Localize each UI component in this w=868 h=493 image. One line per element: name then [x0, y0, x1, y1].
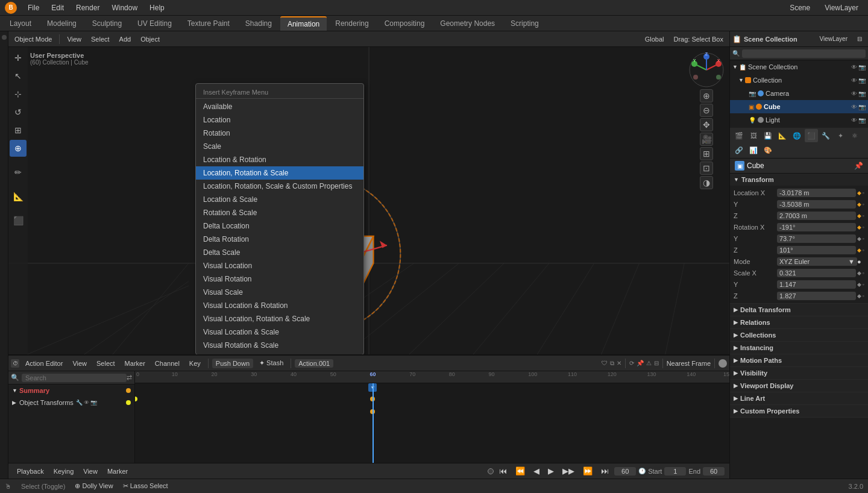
tab-scripting[interactable]: Scripting: [503, 16, 546, 31]
mode-dot[interactable]: ●: [857, 258, 864, 265]
annotate-tool[interactable]: ✏: [10, 164, 27, 181]
select-btn[interactable]: Select: [87, 34, 113, 44]
outliner-camera[interactable]: ▶ 📷 Camera 👁 📷: [730, 87, 868, 100]
prev-frame-btn[interactable]: ◀: [530, 466, 542, 476]
filter-outliner-btn[interactable]: ⊟: [854, 34, 866, 43]
motion-paths-toggle[interactable]: ▶ Motion Paths: [730, 354, 868, 366]
jump-end-btn[interactable]: ⏭: [598, 466, 612, 476]
action-name[interactable]: Action.001: [295, 359, 333, 368]
outliner-collection[interactable]: ▼ Collection 👁 📷: [730, 74, 868, 87]
play-btn[interactable]: ▶: [545, 466, 557, 476]
tab-animation[interactable]: Animation: [280, 16, 327, 31]
visibility-toggle[interactable]: ▶ Visibility: [730, 367, 868, 379]
keyframe-delta-rotation[interactable]: Delta Rotation: [196, 233, 363, 246]
playback-btn[interactable]: Playback: [13, 466, 48, 476]
keyframe-loc-rot-scale[interactable]: Location, Rotation & Scale: [196, 166, 363, 180]
keyframe-visual-loc-scale[interactable]: Visual Location & Scale: [196, 325, 363, 339]
tl-select-btn[interactable]: Select: [93, 359, 119, 368]
timeline-editor-icon[interactable]: ⏱: [11, 359, 19, 368]
shading-icon[interactable]: ◑: [700, 176, 713, 189]
prop-view-layer-icon[interactable]: 📐: [776, 129, 789, 142]
scale-z-dot[interactable]: ◦: [863, 293, 864, 299]
scene-eye-icon[interactable]: 👁: [851, 64, 857, 71]
tab-texture-paint[interactable]: Texture Paint: [180, 16, 237, 31]
overlay-icon[interactable]: ⊡: [700, 162, 713, 175]
outliner-scene-collection[interactable]: ▼ 📋 Scene Collection 👁 📷: [730, 60, 868, 74]
keyframe-visual-loc-rot[interactable]: Visual Location & Rotation: [196, 299, 363, 312]
add-cube-tool[interactable]: ⬛: [10, 212, 27, 229]
line-art-toggle[interactable]: ▶ Line Art: [730, 392, 868, 404]
warn-icon[interactable]: ⚠: [646, 360, 652, 366]
tab-rendering[interactable]: Rendering: [328, 16, 376, 31]
scale-x-value[interactable]: 0.321: [777, 269, 856, 277]
camera-eye-icon[interactable]: 👁: [851, 90, 857, 97]
location-x-value[interactable]: -3.0178 m: [777, 189, 856, 197]
stash-btn[interactable]: ✦ Stash: [256, 358, 287, 368]
keyframe-visual-location[interactable]: Visual Location: [196, 259, 363, 272]
relations-toggle[interactable]: ▶ Relations: [730, 316, 868, 328]
menu-edit[interactable]: Edit: [46, 2, 69, 13]
grid-icon[interactable]: ⊞: [700, 147, 713, 160]
scale-z-diamond[interactable]: ◆: [857, 293, 861, 299]
keyframe-scale[interactable]: Scale: [196, 140, 363, 153]
scale-x-diamond[interactable]: ◆: [857, 270, 861, 276]
menu-help[interactable]: Help: [145, 2, 169, 13]
prop-scene-icon[interactable]: 🎬: [732, 129, 746, 142]
end-frame-display[interactable]: 60: [703, 467, 725, 476]
prop-data-icon[interactable]: 📊: [747, 143, 760, 157]
prop-output-icon[interactable]: 💾: [761, 129, 775, 142]
cube-eye-icon[interactable]: 👁: [851, 104, 857, 110]
view-playback-btn[interactable]: View: [80, 466, 101, 476]
marker-btn[interactable]: Marker: [104, 466, 131, 476]
copy-icon[interactable]: ⧉: [610, 360, 614, 367]
delta-transform-toggle[interactable]: ▶ Delta Transform: [730, 304, 868, 316]
keyframe-visual-rotation[interactable]: Visual Rotation: [196, 272, 363, 286]
view-btn[interactable]: View: [63, 34, 85, 44]
transform-toggle[interactable]: ▼ Transform: [730, 174, 868, 186]
object-transforms-track[interactable]: ▶ Object Transforms 🔧 👁 📷: [8, 397, 134, 409]
menu-file[interactable]: File: [23, 2, 44, 13]
measure-tool[interactable]: 📐: [10, 188, 27, 205]
tl-channel-btn[interactable]: Channel: [151, 359, 183, 368]
scale-x-dot[interactable]: ◦: [863, 270, 864, 276]
audio-dot[interactable]: [488, 468, 494, 474]
prop-world-icon[interactable]: 🌐: [790, 129, 804, 142]
tl-view-btn[interactable]: View: [69, 359, 90, 368]
custom-properties-toggle[interactable]: ▶ Custom Properties: [730, 405, 868, 417]
timeline-search[interactable]: [22, 374, 127, 382]
cube-render-icon[interactable]: 📷: [858, 104, 866, 110]
location-z-dot[interactable]: ◦: [863, 213, 864, 219]
keyframe-delta-location[interactable]: Delta Location: [196, 219, 363, 233]
location-x-diamond[interactable]: ◆: [857, 190, 861, 196]
tab-sculpting[interactable]: Sculpting: [85, 16, 129, 31]
keyframe-visual-rot-scale[interactable]: Visual Rotation & Scale: [196, 339, 363, 352]
summary-track[interactable]: ▼ Summary: [8, 385, 134, 397]
rotation-z-diamond[interactable]: ◆: [857, 247, 861, 253]
object-btn[interactable]: Object: [137, 34, 163, 44]
obj-transforms-expand[interactable]: ▶: [12, 400, 19, 406]
viewlayer-btn[interactable]: ViewLayer: [816, 34, 851, 43]
close-action-icon[interactable]: ✕: [617, 360, 621, 366]
viewport-display-toggle[interactable]: ▶ Viewport Display: [730, 380, 868, 392]
select-tool[interactable]: ↖: [10, 68, 27, 84]
scale-y-dot[interactable]: ◦: [863, 281, 864, 287]
rotation-x-value[interactable]: -191°: [777, 223, 856, 231]
pan-icon[interactable]: ✥: [700, 118, 713, 131]
prop-physics-icon[interactable]: ⚛: [848, 129, 861, 142]
cursor-tool[interactable]: ✛: [10, 49, 27, 66]
current-frame-display[interactable]: 60: [614, 467, 636, 476]
nearest-frame-label[interactable]: Nearest Frame: [667, 360, 711, 367]
push-down-btn[interactable]: Push Down: [212, 359, 253, 368]
menu-render[interactable]: Render: [71, 2, 104, 13]
drag-btn[interactable]: Drag: Select Box: [670, 34, 727, 44]
location-y-diamond[interactable]: ◆: [857, 201, 861, 207]
start-frame-display[interactable]: 1: [664, 467, 686, 476]
tab-shading[interactable]: Shading: [238, 16, 279, 31]
outliner-search[interactable]: [742, 49, 866, 58]
prop-renderlayer-icon[interactable]: 🖼: [747, 129, 760, 142]
rotation-y-value[interactable]: 73.7°: [777, 234, 856, 243]
location-z-value[interactable]: 2.7003 m: [777, 212, 856, 220]
summary-expand[interactable]: ▼: [12, 388, 19, 394]
keyframe-visual-loc-rot-scale[interactable]: Visual Location, Rotation & Scale: [196, 312, 363, 325]
keyframe-location[interactable]: Location: [196, 113, 363, 127]
